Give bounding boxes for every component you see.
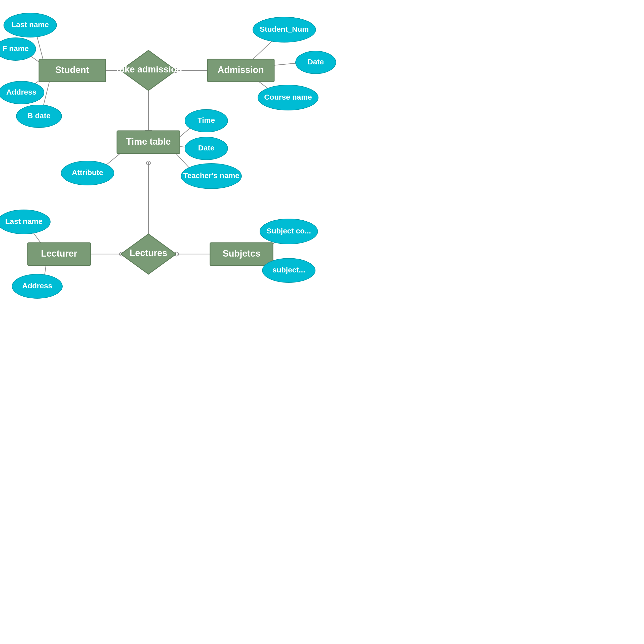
subjetcs-label: Subjetcs: [223, 248, 260, 259]
attr-time-label: Time: [197, 116, 215, 124]
attr-studentnum-label: Student_Num: [260, 25, 309, 33]
admission-label: Admission: [218, 65, 264, 75]
attr-subjectname-label: subject...: [272, 266, 305, 274]
timetable-label: Time table: [126, 136, 171, 147]
attr-subjectcode-label: Subject co...: [267, 227, 311, 235]
attr-lastname-student-label: Last name: [12, 20, 49, 29]
attr-address-lec-label: Address: [22, 281, 52, 290]
attr-bdate-student-label: B date: [27, 111, 51, 120]
take-admission-label: Take admission: [115, 64, 182, 74]
attr-coursename-label: Course name: [264, 93, 312, 101]
lecturer-label: Lecturer: [41, 248, 77, 259]
attr-address-student-label: Address: [6, 88, 36, 96]
attr-date-admission-label: Date: [307, 58, 324, 66]
lectures-label: Lectures: [130, 248, 167, 258]
attr-date-tt-label: Date: [198, 144, 214, 152]
attr-lastname-lec-label: Last name: [5, 217, 43, 225]
attr-teachersname-label: Teacher's name: [183, 171, 239, 180]
student-label: Student: [55, 65, 89, 75]
attr-fname-student-label: F name: [2, 44, 29, 53]
attr-attribute-label: Attribute: [72, 168, 103, 177]
er-diagram: Take admission Lectures Student Admissio…: [0, 0, 644, 644]
